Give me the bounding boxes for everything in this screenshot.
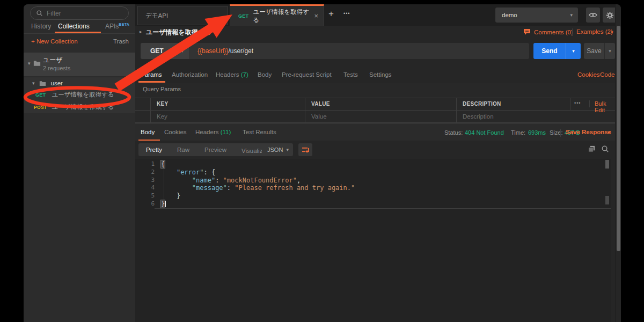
beautify-button[interactable] — [298, 143, 312, 156]
eye-icon — [589, 12, 597, 18]
tab-pre-request-script[interactable]: Pre-request Script — [282, 71, 332, 78]
search-response-button[interactable] — [601, 145, 609, 155]
request-tabs: Params Authorization Headers (7) Body Pr… — [135, 68, 615, 83]
send-button[interactable]: Send ▾ — [533, 43, 581, 59]
editor-scrollbar-mark — [605, 196, 609, 204]
more-options-icon[interactable]: ••• — [574, 100, 581, 106]
method-badge-get: GET — [238, 13, 248, 19]
tab-active-request[interactable]: GET ユーザ情報を取得する × — [230, 4, 324, 26]
code-link[interactable]: Code — [600, 71, 615, 78]
url-bar-row: GET ▾ {{baseUrl}}/user/get Send ▾ Save ▾ — [135, 39, 615, 68]
view-preview[interactable]: Preview — [197, 143, 234, 156]
response-views-row: Pretty Raw Preview VisualizeBETA JSON ▾ — [135, 141, 615, 159]
send-label: Send — [533, 47, 566, 55]
response-tab-test-results[interactable]: Test Results — [243, 129, 276, 135]
request-name: ユーザ情報を作成する — [52, 103, 114, 111]
method-badge-post: POST — [34, 105, 47, 110]
new-collection-button[interactable]: + New Collection — [31, 38, 78, 45]
tab-authorization[interactable]: Authorization — [172, 71, 208, 78]
request-title-row: ▸ ユーザ情報を取得する Comments (0) Examples (2) ▾ — [135, 26, 615, 39]
chevron-down-icon: ▾ — [608, 130, 610, 135]
response-tab-headers[interactable]: Headers (11) — [195, 129, 231, 135]
column-header-key: KEY — [157, 101, 168, 107]
trash-button[interactable]: Trash — [113, 38, 129, 45]
chevron-down-icon[interactable]: ▾ — [605, 48, 615, 54]
collapse-caret-icon[interactable]: ▸ — [140, 29, 142, 34]
chevron-down-icon[interactable]: ▾ — [28, 61, 31, 66]
tab-label: デモAPI — [145, 12, 168, 20]
save-button[interactable]: Save ▾ — [584, 43, 615, 59]
language-selector[interactable]: JSON ▾ — [262, 143, 293, 156]
close-icon[interactable]: × — [314, 12, 318, 20]
query-params-section: Query Params — [135, 83, 615, 97]
tab-settings[interactable]: Settings — [369, 71, 392, 78]
chevron-down-icon[interactable]: ▾ — [566, 48, 581, 54]
tab-headers[interactable]: Headers (7) — [216, 71, 248, 78]
time-label: Time: — [511, 129, 525, 136]
new-tab-button[interactable]: + — [328, 9, 334, 19]
table-header-row — [135, 98, 615, 111]
sidebar-tab-apis[interactable]: APIsBETA — [105, 23, 129, 30]
sidebar-filter-input[interactable]: Filter — [30, 6, 129, 20]
sidebar-collection-item[interactable]: ▾ ユーザ 2 requests — [24, 53, 135, 76]
response-body-editor[interactable]: 1 2 3 4 5 6 { "error": { "name": "mockNo… — [135, 159, 611, 322]
environment-selector[interactable]: demo ▾ — [495, 8, 578, 23]
search-icon — [601, 145, 609, 153]
save-response-button[interactable]: Save Response — [566, 129, 611, 135]
value-input-placeholder[interactable]: Value — [311, 113, 327, 120]
url-variable: {{baseUrl}} — [197, 47, 228, 55]
environment-value: demo — [502, 12, 570, 18]
gear-icon — [606, 11, 614, 19]
plus-icon: + — [31, 38, 35, 45]
divider — [560, 129, 561, 137]
tab-tests[interactable]: Tests — [343, 71, 358, 78]
postman-app-window: Filter History Collections APIsBETA + Ne… — [24, 4, 621, 322]
time-value: 693ms — [528, 129, 546, 136]
description-input-placeholder[interactable]: Description — [463, 113, 494, 120]
response-headers-count: (11) — [221, 129, 231, 135]
app-scrollbar-thumb[interactable] — [617, 26, 620, 251]
environment-preview-button[interactable] — [586, 8, 600, 23]
chevron-down-icon[interactable]: ▾ — [32, 80, 35, 86]
request-title: ユーザ情報を取得する — [146, 28, 211, 37]
headers-count: (7) — [241, 71, 248, 78]
sidebar-tab-history[interactable]: History — [31, 23, 51, 30]
response-tab-cookies[interactable]: Cookies — [164, 129, 187, 135]
chevron-down-icon: ▾ — [611, 30, 613, 35]
filter-placeholder: Filter — [47, 10, 61, 17]
key-input-placeholder[interactable]: Key — [157, 113, 167, 120]
tab-options-icon[interactable]: ••• — [343, 11, 350, 16]
column-divider — [456, 98, 457, 123]
method-selector[interactable]: GET ▾ — [141, 43, 189, 59]
collection-name: ユーザ — [43, 56, 63, 65]
tab-params[interactable]: Params — [141, 71, 162, 78]
cookies-link[interactable]: Cookies — [577, 71, 600, 78]
view-pretty[interactable]: Pretty — [138, 143, 170, 156]
sidebar-request-post[interactable]: POST ユーザ情報を作成する — [24, 101, 135, 113]
examples-dropdown[interactable]: Examples (2) — [576, 28, 613, 35]
status-value: 404 Not Found — [465, 129, 504, 136]
more-options-icon[interactable]: ••• — [121, 80, 128, 86]
comments-button[interactable]: Comments (0) — [523, 28, 573, 35]
copy-response-button[interactable] — [588, 145, 596, 155]
sidebar-divider — [24, 33, 135, 34]
response-tab-body[interactable]: Body — [141, 129, 155, 135]
view-raw[interactable]: Raw — [170, 143, 197, 156]
response-tabs-bar: Body Cookies Headers (11) Test Results S… — [135, 123, 615, 141]
tab-body[interactable]: Body — [258, 71, 272, 78]
method-value: GET — [150, 47, 181, 55]
sidebar-request-get[interactable]: GET ユーザ情報を取得する — [24, 89, 135, 101]
editor-scrollbar-thumb[interactable] — [605, 160, 609, 169]
url-input[interactable]: {{baseUrl}}/user/get — [189, 43, 529, 59]
table-input-row[interactable] — [135, 111, 615, 123]
tab-demo-api[interactable]: デモAPI — [137, 6, 228, 25]
column-divider — [150, 98, 151, 123]
sidebar-folder-user[interactable]: ▾ user ••• — [24, 77, 135, 89]
collection-request-count: 2 requests — [43, 65, 70, 71]
app-scrollbar-track[interactable] — [615, 4, 621, 322]
sidebar: Filter History Collections APIsBETA + Ne… — [24, 4, 136, 322]
code-line: } — [161, 200, 355, 208]
column-divider — [305, 98, 305, 123]
bulk-edit-link[interactable]: Bulk Edit — [595, 100, 615, 113]
sidebar-tab-collections[interactable]: Collections — [58, 23, 90, 30]
